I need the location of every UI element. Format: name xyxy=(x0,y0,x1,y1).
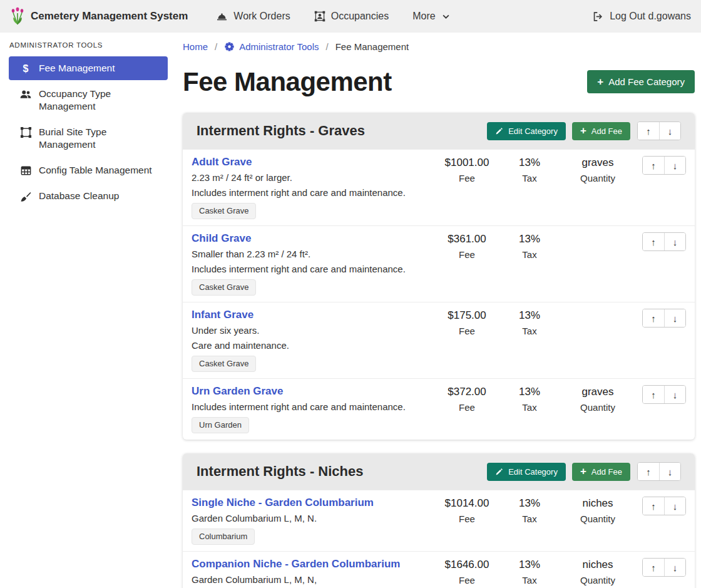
breadcrumb-separator: / xyxy=(325,41,328,52)
move-category-up-button[interactable]: ↑ xyxy=(638,122,659,140)
move-category-down-button[interactable]: ↓ xyxy=(659,122,680,140)
plus-icon: + xyxy=(580,467,586,476)
pencil-icon xyxy=(495,127,503,135)
fee-type-badge: Columbarium xyxy=(192,529,255,545)
move-fee-down-button[interactable]: ↓ xyxy=(664,559,685,576)
fee-description: Includes interment right and care and ma… xyxy=(192,401,406,413)
fee-description: Garden Columbarium L, M, N, xyxy=(192,574,317,585)
app-title: Cemetery Management System xyxy=(31,10,188,23)
quantity-cell: graves Quantity xyxy=(561,385,635,413)
fee-reorder-buttons: ↑ ↓ xyxy=(642,232,686,251)
tulip-logo-icon xyxy=(10,7,25,26)
hard-hat-icon xyxy=(216,11,228,23)
fee-name-link[interactable]: Companion Niche - Garden Columbarium xyxy=(192,558,400,570)
sidebar-item-burial-site-type[interactable]: Burial Site Type Management xyxy=(9,120,168,157)
sidebar: Administrator Tools $ Fee Management Occ… xyxy=(0,33,175,588)
fee-reorder-buttons: ↑ ↓ xyxy=(642,497,686,515)
fee-row: Adult Grave 2.23 m² / 24 ft² or larger. … xyxy=(183,149,695,225)
fee-row: Child Grave Smaller than 2.23 m² / 24 ft… xyxy=(183,225,695,302)
add-fee-category-button[interactable]: + Add Fee Category xyxy=(587,70,695,93)
fee-name-link[interactable]: Single Niche - Garden Columbarium xyxy=(192,497,374,509)
category-header: Interment Rights - Niches Edit Category … xyxy=(183,453,695,490)
move-fee-up-button[interactable]: ↑ xyxy=(643,559,664,576)
move-fee-up-button[interactable]: ↑ xyxy=(643,233,664,250)
move-fee-up-button[interactable]: ↑ xyxy=(643,157,664,174)
logout-button[interactable]: Log Out d.gowans xyxy=(592,11,691,23)
move-category-down-button[interactable]: ↓ xyxy=(659,463,680,480)
sidebar-item-database-cleanup[interactable]: Database Cleanup xyxy=(9,184,168,209)
tax-cell: 13% Tax xyxy=(498,309,561,336)
app-brand[interactable]: Cemetery Management System xyxy=(10,7,188,26)
category-reorder-buttons: ↑ ↓ xyxy=(637,121,681,140)
move-fee-up-button[interactable]: ↑ xyxy=(643,309,664,327)
breadcrumb-current: Fee Management xyxy=(335,41,409,52)
fee-row: Single Niche - Garden Columbarium Garden… xyxy=(183,490,695,551)
nav-occupancies[interactable]: Occupancies xyxy=(314,11,389,22)
fee-category-card: Interment Rights - Graves Edit Category … xyxy=(183,113,695,440)
fee-row: Urn Garden Grave Includes interment righ… xyxy=(183,378,695,440)
sidebar-item-label: Occupancy Type Management xyxy=(39,88,161,113)
tax-cell: 13% Tax xyxy=(498,232,561,260)
tax-cell: 13% Tax xyxy=(498,558,561,585)
fee-description: Smaller than 2.23 m² / 24 ft². xyxy=(192,249,310,260)
fee-name-link[interactable]: Adult Grave xyxy=(192,156,252,168)
fee-name-link[interactable]: Urn Garden Grave xyxy=(192,385,283,398)
category-header: Interment Rights - Graves Edit Category … xyxy=(183,113,695,149)
fee-name-link[interactable]: Infant Grave xyxy=(192,309,253,321)
quantity-cell: graves Quantity xyxy=(561,156,635,183)
fee-reorder-buttons: ↑ ↓ xyxy=(642,558,686,577)
fee-description: Includes interment right and care and ma… xyxy=(192,264,406,275)
fee-description: Under six years. xyxy=(192,325,259,336)
fee-row: Companion Niche - Garden Columbarium Gar… xyxy=(183,551,695,588)
add-fee-button[interactable]: + Add Fee xyxy=(572,122,630,140)
nav-more-label: More xyxy=(412,11,435,22)
category-title: Interment Rights - Niches xyxy=(197,463,487,480)
fee-reorder-buttons: ↑ ↓ xyxy=(642,309,686,328)
quantity-cell: niches Quantity xyxy=(561,497,635,524)
move-category-up-button[interactable]: ↑ xyxy=(638,463,659,480)
pencil-icon xyxy=(495,468,503,476)
nav-occupancies-label: Occupancies xyxy=(331,11,389,22)
logout-icon xyxy=(592,11,604,23)
fee-type-badge: Urn Garden xyxy=(192,417,249,433)
move-fee-down-button[interactable]: ↓ xyxy=(664,233,685,250)
breadcrumb-home[interactable]: Home xyxy=(183,41,208,52)
nav-more[interactable]: More xyxy=(412,11,450,22)
breadcrumb: Home / Administrator Tools / Fee Managem… xyxy=(183,40,695,53)
gear-icon xyxy=(224,41,235,52)
main-content: Home / Administrator Tools / Fee Managem… xyxy=(175,33,701,588)
add-fee-button[interactable]: + Add Fee xyxy=(572,463,630,481)
sidebar-item-label: Config Table Management xyxy=(39,164,152,177)
move-fee-up-button[interactable]: ↑ xyxy=(643,386,664,403)
top-navbar: Cemetery Management System Work Orders O xyxy=(0,0,701,33)
plus-icon: + xyxy=(580,126,586,135)
sidebar-item-label: Fee Management xyxy=(39,62,115,75)
sidebar-item-occupancy-type[interactable]: Occupancy Type Management xyxy=(9,82,168,118)
nav-work-orders[interactable]: Work Orders xyxy=(216,11,290,23)
quantity-cell: niches Quantity xyxy=(561,558,635,585)
fee-type-badge: Casket Grave xyxy=(192,203,256,219)
fee-amount-cell: $1014.00 Fee xyxy=(436,497,498,524)
dollar-icon: $ xyxy=(19,63,32,75)
breadcrumb-admin-tools[interactable]: Administrator Tools xyxy=(224,41,319,52)
fee-category-card: Interment Rights - Niches Edit Category … xyxy=(183,453,695,588)
occupant-frame-icon xyxy=(314,11,325,22)
edit-category-button[interactable]: Edit Category xyxy=(487,122,566,140)
sidebar-item-config-table[interactable]: Config Table Management xyxy=(9,158,168,182)
sidebar-item-label: Database Cleanup xyxy=(39,190,119,202)
move-fee-down-button[interactable]: ↓ xyxy=(664,309,685,327)
tax-cell: 13% Tax xyxy=(498,497,561,524)
sidebar-item-fee-management[interactable]: $ Fee Management xyxy=(9,56,168,80)
move-fee-down-button[interactable]: ↓ xyxy=(664,386,685,403)
fee-type-badge: Casket Grave xyxy=(192,279,256,296)
sidebar-item-label: Burial Site Type Management xyxy=(39,126,161,151)
sidebar-heading: Administrator Tools xyxy=(9,41,168,49)
fee-name-link[interactable]: Child Grave xyxy=(192,232,251,245)
edit-category-button[interactable]: Edit Category xyxy=(487,463,566,481)
broom-icon xyxy=(19,190,32,203)
move-fee-up-button[interactable]: ↑ xyxy=(643,497,664,515)
move-fee-down-button[interactable]: ↓ xyxy=(664,157,685,174)
plot-frame-icon xyxy=(19,126,32,138)
fee-amount-cell: $1001.00 Fee xyxy=(436,156,498,183)
move-fee-down-button[interactable]: ↓ xyxy=(664,497,685,515)
